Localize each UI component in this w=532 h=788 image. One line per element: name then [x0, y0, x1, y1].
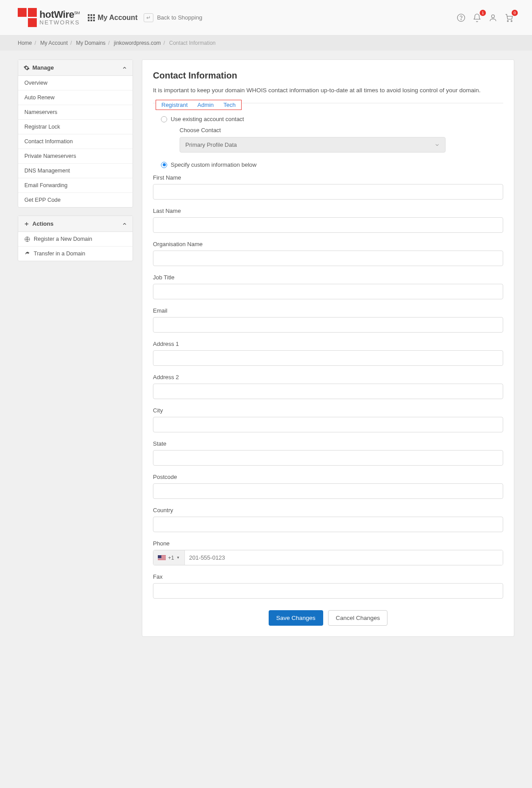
return-key-icon: ↵	[144, 13, 153, 22]
cart-badge: 0	[512, 10, 518, 16]
svg-point-4	[511, 20, 512, 22]
notification-badge: 1	[480, 10, 486, 16]
input-first-name[interactable]	[153, 184, 503, 200]
radio-icon	[161, 116, 167, 122]
input-last-name[interactable]	[153, 217, 503, 233]
input-address2[interactable]	[153, 384, 503, 399]
svg-point-3	[507, 20, 509, 22]
sidebar-item-get-epp-code[interactable]: Get EPP Code	[18, 193, 133, 207]
chevron-down-icon	[434, 142, 440, 148]
label-address1: Address 1	[153, 341, 503, 347]
user-icon	[489, 13, 497, 22]
grid-icon	[88, 14, 95, 21]
brand-logo[interactable]: hotWireSM NETWORKS	[18, 8, 80, 27]
label-city: City	[153, 407, 503, 414]
cart-button[interactable]: 0	[504, 12, 514, 23]
breadcrumb-item[interactable]: My Account	[40, 40, 68, 46]
label-organisation: Organisation Name	[153, 241, 503, 247]
chevron-up-icon	[122, 65, 127, 71]
help-button[interactable]	[456, 12, 466, 23]
back-to-shopping[interactable]: ↵ Back to Shopping	[144, 13, 202, 22]
input-city[interactable]	[153, 417, 503, 432]
sidebar-item-overview[interactable]: Overview	[18, 76, 133, 90]
label-address2: Address 2	[153, 374, 503, 380]
label-country: Country	[153, 507, 503, 514]
tab-admin[interactable]: Admin	[197, 102, 214, 108]
input-phone[interactable]	[185, 550, 503, 565]
svg-point-0	[458, 14, 465, 21]
sidebar-action-transfer-domain[interactable]: Transfer in a Domain	[18, 247, 133, 261]
caret-down-icon: ▼	[176, 556, 180, 560]
notifications-button[interactable]: 1	[472, 12, 482, 23]
input-postcode[interactable]	[153, 483, 503, 499]
share-icon	[24, 251, 30, 257]
label-first-name: First Name	[153, 174, 503, 181]
sidebar-action-register-domain[interactable]: Register a New Domain	[18, 232, 133, 247]
page-title: Contact Information	[153, 71, 503, 81]
input-email[interactable]	[153, 317, 503, 333]
tab-tech[interactable]: Tech	[223, 102, 235, 108]
help-icon	[457, 13, 466, 22]
label-phone: Phone	[153, 540, 503, 547]
sidebar-actions-header[interactable]: Actions	[18, 216, 133, 232]
brand-subtitle: NETWORKS	[39, 20, 80, 25]
svg-point-2	[492, 15, 495, 18]
label-state: State	[153, 440, 503, 447]
us-flag-icon	[158, 555, 166, 561]
account-button[interactable]	[488, 12, 498, 23]
sidebar-item-auto-renew[interactable]: Auto Renew	[18, 90, 133, 105]
label-job-title: Job Title	[153, 274, 503, 281]
app-title: My Account	[98, 14, 137, 22]
tab-registrant[interactable]: Registrant	[161, 102, 188, 108]
brand-name: hotWire	[39, 9, 74, 20]
breadcrumb-item[interactable]: My Domains	[76, 40, 106, 46]
choose-contact-select[interactable]: Primary Profile Data	[180, 137, 446, 153]
radio-icon	[161, 162, 167, 168]
input-country[interactable]	[153, 517, 503, 532]
breadcrumb-item[interactable]: jinkowordpress.com	[114, 40, 161, 46]
label-fax: Fax	[153, 573, 503, 580]
contact-tabs: Registrant Admin Tech	[156, 100, 242, 110]
plus-icon	[23, 221, 30, 227]
input-job-title[interactable]	[153, 284, 503, 299]
input-organisation[interactable]	[153, 251, 503, 266]
radio-specify-custom[interactable]: Specify custom information below	[161, 161, 503, 168]
sidebar-item-nameservers[interactable]: Nameservers	[18, 105, 133, 120]
label-last-name: Last Name	[153, 208, 503, 214]
phone-country-selector[interactable]: +1 ▼	[153, 550, 185, 565]
app-switcher[interactable]: My Account	[88, 14, 137, 22]
sidebar-item-private-nameservers[interactable]: Private Nameservers	[18, 149, 133, 164]
radio-use-existing[interactable]: Use existing account contact	[161, 116, 503, 122]
svg-point-1	[461, 19, 462, 20]
sidebar-item-email-forwarding[interactable]: Email Forwarding	[18, 178, 133, 193]
breadcrumb-item-current: Contact Information	[169, 40, 216, 46]
sidebar-item-registrar-lock[interactable]: Registrar Lock	[18, 120, 133, 134]
chevron-up-icon	[122, 221, 127, 227]
input-state[interactable]	[153, 450, 503, 466]
input-fax[interactable]	[153, 583, 503, 599]
logo-mark-icon	[18, 8, 37, 27]
label-postcode: Postcode	[153, 474, 503, 480]
sidebar-item-contact-information[interactable]: Contact Information	[18, 134, 133, 149]
sidebar-item-dns-management[interactable]: DNS Management	[18, 164, 133, 178]
breadcrumb-item[interactable]: Home	[18, 40, 32, 46]
label-email: Email	[153, 307, 503, 314]
choose-contact-label: Choose Contact	[180, 127, 503, 133]
globe-icon	[24, 236, 30, 242]
gear-icon	[23, 65, 30, 71]
sidebar-manage-header[interactable]: Manage	[18, 60, 133, 76]
input-address1[interactable]	[153, 350, 503, 366]
sidebar-manage-panel: Manage Overview Auto Renew Nameservers R…	[18, 59, 133, 208]
save-button[interactable]: Save Changes	[269, 610, 323, 626]
cancel-button[interactable]: Cancel Changes	[328, 610, 387, 626]
breadcrumb: Home/ My Account/ My Domains/ jinkowordp…	[0, 35, 532, 51]
sidebar-actions-panel: Actions Register a New Domain Transfer i…	[18, 216, 133, 261]
page-intro: It is important to keep your domain WHOI…	[153, 86, 503, 95]
